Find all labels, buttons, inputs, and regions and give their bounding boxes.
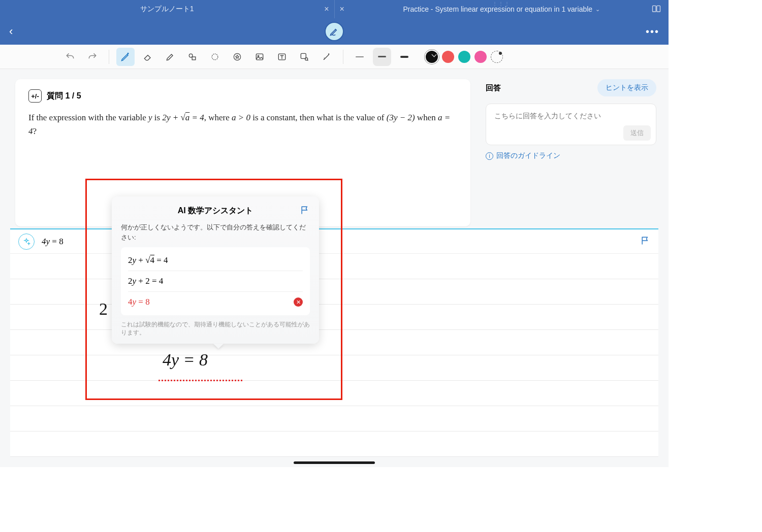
stroke-medium[interactable] <box>373 48 391 66</box>
hint-button[interactable]: ヒントを表示 <box>597 79 656 96</box>
tab-bar: サンプルノート1 × ⋮⋮⋮ × Practice - System linea… <box>0 0 669 18</box>
color-black[interactable] <box>426 51 438 63</box>
color-teal[interactable] <box>458 51 470 63</box>
ai-step-error: 4y = 8 ✕ <box>128 292 303 312</box>
pen-mode-button[interactable] <box>325 22 344 41</box>
svg-rect-4 <box>192 57 196 60</box>
chevron-down-icon[interactable]: ⌄ <box>595 6 600 13</box>
ai-sparkle-button[interactable] <box>18 234 35 250</box>
grip-icon: ⋮⋮⋮ <box>492 1 511 7</box>
svg-point-5 <box>212 54 218 60</box>
ai-assistant-popup: AI 数学アシスタント 何かが正しくないようです。以下で自分の答えを確認してくだ… <box>112 196 319 344</box>
more-icon[interactable]: ••• <box>646 26 659 38</box>
home-indicator <box>294 461 375 464</box>
svg-rect-10 <box>301 53 306 58</box>
close-icon[interactable]: × <box>324 5 329 14</box>
answer-input-wrap: 送信 <box>486 104 656 145</box>
redo-button[interactable] <box>83 48 102 66</box>
favorite-tool[interactable] <box>228 48 246 66</box>
flag-icon[interactable] <box>300 205 310 217</box>
stroke-thick[interactable] <box>395 48 414 66</box>
separator <box>109 50 109 64</box>
shape-tool[interactable] <box>183 48 202 66</box>
wand-tool[interactable] <box>318 48 336 66</box>
ruled-paper[interactable] <box>10 254 658 457</box>
send-button[interactable]: 送信 <box>623 125 651 141</box>
work-header: 4y = 8 <box>10 229 658 254</box>
answer-input[interactable] <box>494 112 648 120</box>
highlighter-tool[interactable] <box>161 48 179 66</box>
work-area: 4y = 8 <box>10 228 658 457</box>
svg-rect-7 <box>256 54 263 60</box>
color-picker[interactable] <box>491 51 503 63</box>
book-icon[interactable] <box>651 4 661 14</box>
color-pink[interactable] <box>474 51 487 63</box>
image-tool[interactable] <box>250 48 269 66</box>
ai-steps: 2y + √4 = 4 2y + 2 = 4 4y = 8 ✕ <box>121 247 310 315</box>
eraser-tool[interactable] <box>139 48 157 66</box>
separator <box>343 50 343 64</box>
search-image-tool[interactable] <box>295 48 313 66</box>
ai-popup-message: 何かが正しくないようです。以下で自分の答えを確認してください: <box>121 222 310 242</box>
question-text: If the expression with the variable y is… <box>28 111 457 138</box>
header-bar: ‹ ••• <box>0 18 669 45</box>
error-underline <box>158 380 242 381</box>
stroke-thin[interactable] <box>351 48 369 66</box>
ai-step-1: 2y + √4 = 4 <box>128 250 303 271</box>
svg-point-2 <box>128 53 129 54</box>
close-icon[interactable]: × <box>340 5 344 14</box>
svg-rect-0 <box>653 6 656 12</box>
undo-button[interactable] <box>61 48 79 66</box>
answer-title: 回答 <box>486 83 501 93</box>
tab-title-left: サンプルノート1 <box>140 5 194 14</box>
guideline-link[interactable]: i 回答のガイドライン <box>486 151 656 160</box>
lasso-tool[interactable] <box>206 48 224 66</box>
info-icon: i <box>486 152 493 160</box>
text-tool[interactable] <box>273 48 291 66</box>
svg-rect-1 <box>657 6 660 12</box>
ai-step-2: 2y + 2 = 4 <box>128 271 303 292</box>
question-counter: 質問 1 / 5 <box>47 91 81 102</box>
ai-disclaimer: これは試験的機能なので、期待通り機能しないことがある可能性があります。 <box>121 320 310 337</box>
ai-popup-title: AI 数学アシスタント <box>178 206 253 216</box>
back-icon[interactable]: ‹ <box>9 25 13 38</box>
flag-icon[interactable] <box>640 236 650 248</box>
color-red[interactable] <box>442 51 454 63</box>
toolbar <box>0 45 669 69</box>
handwriting-fragment: 2 <box>99 300 108 319</box>
question-icon: +/- <box>28 89 42 103</box>
handwriting-main: 4y = 8 <box>163 350 208 370</box>
work-recognized-equation: 4y = 8 <box>42 237 64 247</box>
tab-sample-note[interactable]: サンプルノート1 × <box>0 0 334 18</box>
pen-tool[interactable] <box>116 48 135 66</box>
tab-practice[interactable]: ⋮⋮⋮ × Practice - System linear expressio… <box>334 0 669 18</box>
error-icon: ✕ <box>294 297 303 307</box>
